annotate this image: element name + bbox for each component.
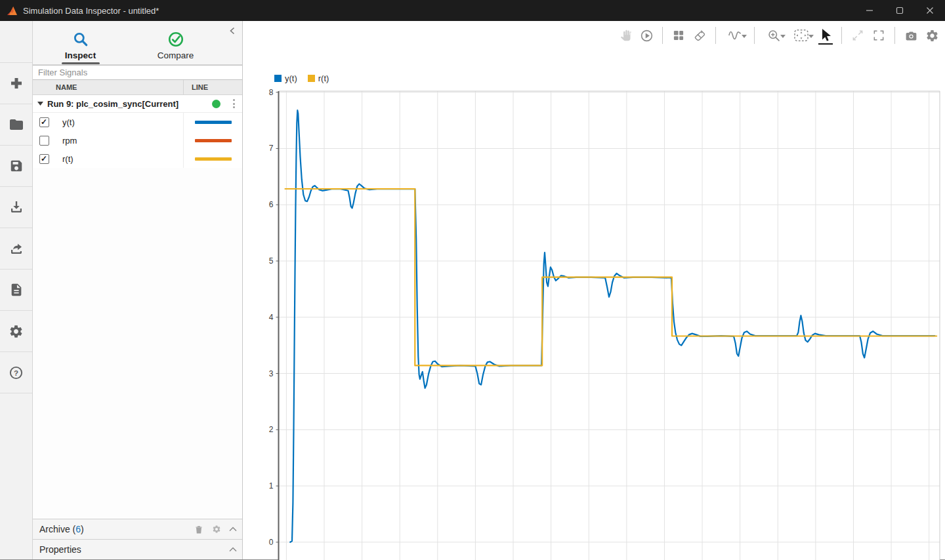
folder-icon	[9, 117, 24, 132]
zoom-in-icon	[767, 29, 781, 43]
layout-button[interactable]	[669, 26, 688, 45]
app-window: Simulation Data Inspector - untitled*	[0, 0, 945, 560]
signal-line-swatch	[195, 157, 232, 161]
archive-settings-button[interactable]	[212, 525, 221, 534]
maximize-icon	[896, 7, 904, 14]
signal-checkbox[interactable]: ✓	[39, 154, 49, 164]
chart-panel: y(t) r(t) 036912151821242730333639424548…	[243, 21, 945, 559]
signal-name: y(t)	[55, 117, 183, 127]
snapshot-button[interactable]	[902, 26, 920, 45]
chart-toolbar	[616, 21, 941, 50]
fullscreen-button[interactable]	[870, 26, 888, 45]
select-button[interactable]	[816, 26, 835, 45]
left-panel: Inspect Compare NAME LINE	[33, 21, 243, 559]
svg-text:8: 8	[269, 88, 274, 97]
properties-section[interactable]: Properties	[33, 539, 242, 559]
signal-row[interactable]: ✓ y(t)	[33, 113, 242, 131]
report-button[interactable]	[0, 270, 32, 311]
open-button[interactable]	[0, 104, 32, 146]
run-row[interactable]: Run 9: plc_cosim_sync[Current]	[33, 95, 242, 113]
maximize-button[interactable]	[885, 0, 915, 21]
matlab-logo-icon	[7, 5, 18, 16]
signal-row[interactable]: rpm	[33, 131, 242, 150]
svg-text:5: 5	[269, 256, 274, 266]
archive-section[interactable]: Archive (6)	[33, 519, 242, 539]
export-button[interactable]	[0, 228, 32, 270]
caret-down-icon	[742, 35, 747, 38]
filter-signals-input[interactable]	[33, 65, 242, 80]
column-header-line: LINE	[183, 80, 242, 94]
plus-icon	[9, 75, 24, 91]
wave-icon	[728, 30, 742, 41]
svg-text:2: 2	[269, 425, 274, 434]
chart-settings-button[interactable]	[923, 26, 941, 45]
svg-text:1: 1	[269, 481, 274, 490]
caret-down-icon	[780, 35, 786, 38]
column-header-name: NAME	[55, 83, 183, 91]
hand-icon	[619, 29, 632, 42]
minimize-button[interactable]	[854, 0, 885, 21]
magnifier-icon	[72, 31, 89, 48]
trash-icon	[194, 524, 204, 535]
run-menu-button[interactable]	[228, 96, 239, 111]
camera-icon	[904, 29, 918, 43]
pan-button[interactable]	[616, 26, 635, 45]
minimize-icon	[866, 7, 873, 14]
close-icon	[926, 7, 934, 14]
export-icon	[9, 241, 24, 256]
signal-name: r(t)	[55, 154, 183, 164]
close-button[interactable]	[915, 0, 945, 21]
svg-text:7: 7	[269, 144, 274, 153]
panel-tabs: Inspect Compare	[33, 21, 242, 65]
help-button[interactable]: ?	[0, 352, 32, 393]
tab-inspect[interactable]: Inspect	[33, 21, 128, 64]
tab-compare[interactable]: Compare	[128, 21, 223, 64]
caret-down-icon	[808, 35, 814, 38]
archive-label: Archive (	[39, 524, 75, 534]
replay-button[interactable]	[637, 26, 656, 45]
signal-checkbox[interactable]	[39, 136, 49, 146]
clear-button[interactable]	[690, 26, 709, 45]
properties-collapse-button[interactable]	[229, 547, 237, 552]
gear-icon	[9, 324, 24, 339]
report-icon	[9, 283, 24, 297]
table-empty-area	[33, 168, 242, 519]
signal-line-swatch	[195, 139, 232, 142]
import-button[interactable]	[0, 187, 32, 228]
grid-icon	[672, 29, 685, 42]
svg-text:?: ?	[14, 369, 18, 376]
signal-row[interactable]: ✓ r(t)	[33, 150, 242, 168]
gear-icon	[925, 29, 939, 43]
window-controls	[854, 0, 945, 21]
chevron-up-icon	[229, 527, 237, 532]
expander-icon[interactable]	[33, 102, 47, 106]
signal-tools-button[interactable]	[723, 26, 747, 45]
collapse-panel-button[interactable]	[226, 25, 238, 37]
toolbar-separator	[662, 27, 663, 44]
signal-name: rpm	[55, 136, 183, 146]
svg-text:0: 0	[269, 538, 274, 547]
fit-view-button[interactable]	[789, 26, 814, 45]
archive-delete-button[interactable]	[194, 524, 204, 535]
filter-wrap	[33, 65, 242, 80]
replay-icon	[640, 29, 654, 43]
toolbar-separator	[715, 27, 716, 44]
signal-checkbox[interactable]: ✓	[39, 117, 49, 127]
expand-button[interactable]	[849, 26, 867, 45]
archive-collapse-button[interactable]	[229, 527, 237, 532]
tab-compare-label: Compare	[158, 50, 194, 60]
gear-icon	[212, 525, 221, 534]
eraser-icon	[693, 29, 706, 42]
zoom-button[interactable]	[761, 26, 786, 45]
cursor-icon	[819, 28, 832, 43]
preferences-button[interactable]	[0, 311, 32, 352]
import-icon	[9, 199, 24, 215]
add-button[interactable]	[0, 63, 32, 104]
toolbar-separator	[754, 27, 755, 44]
fit-view-icon	[793, 29, 809, 42]
run-label: Run 9: plc_cosim_sync[Current]	[47, 99, 178, 109]
plot-svg[interactable]: 0369121518212427303336394245485101234567…	[243, 71, 944, 560]
save-button[interactable]	[0, 146, 32, 187]
expand-icon	[851, 29, 864, 42]
help-icon: ?	[9, 365, 24, 380]
